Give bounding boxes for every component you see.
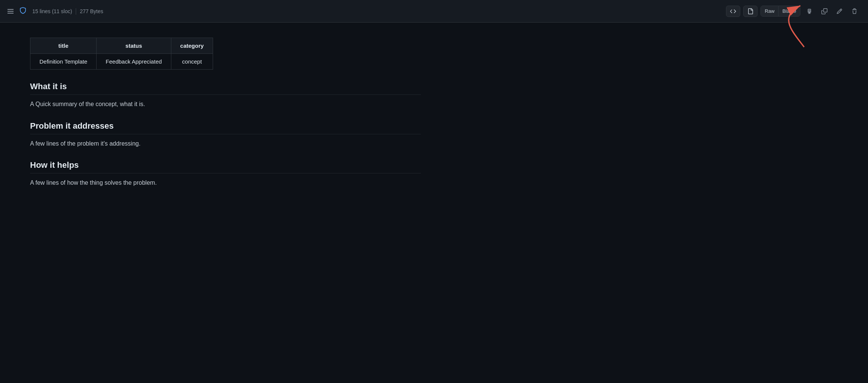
section-problem: Problem it addresses A few lines of the … (30, 121, 421, 149)
data-table: title status category Definition Templat… (30, 38, 213, 70)
edit-button[interactable] (833, 6, 845, 17)
table-cell-title: Definition Template (30, 54, 97, 70)
raw-button[interactable]: Raw (761, 6, 779, 16)
hamburger-icon[interactable] (8, 9, 14, 14)
heading-how-it-helps: How it helps (30, 160, 421, 173)
shield-icon (20, 7, 26, 15)
toolbar-right: Raw Blame (726, 6, 860, 17)
lines-text: 15 lines (11 sloc) (32, 8, 72, 14)
heading-problem: Problem it addresses (30, 121, 421, 134)
table-header-category: category (171, 38, 213, 54)
table-cell-category: concept (171, 54, 213, 70)
heading-what-it-is: What it is (30, 82, 421, 95)
separator: | (75, 7, 77, 15)
toolbar-left: 15 lines (11 sloc) | 277 Bytes (8, 7, 103, 15)
section-how-it-helps: How it helps A few lines of how the thin… (30, 160, 421, 188)
table-cell-status: Feedback Appreciated (97, 54, 171, 70)
blame-button[interactable]: Blame (779, 6, 800, 16)
copy-button[interactable] (818, 6, 830, 17)
raw-blame-group: Raw Blame (761, 6, 800, 17)
table-header-status: status (97, 38, 171, 54)
size-text: 277 Bytes (80, 8, 103, 14)
code-view-button[interactable] (726, 6, 740, 17)
desktop-icon-button[interactable] (803, 6, 815, 17)
toolbar: 15 lines (11 sloc) | 277 Bytes (0, 0, 868, 23)
text-how-it-helps: A few lines of how the thing solves the … (30, 178, 421, 188)
text-what-it-is: A Quick summary of the concept, what it … (30, 99, 421, 109)
text-problem: A few lines of the problem it's addressi… (30, 139, 421, 149)
table-row: Definition Template Feedback Appreciated… (30, 54, 213, 70)
lines-info: 15 lines (11 sloc) | 277 Bytes (32, 7, 103, 15)
section-what-it-is: What it is A Quick summary of the concep… (30, 82, 421, 109)
file-view-button[interactable] (743, 6, 758, 17)
delete-button[interactable] (848, 6, 860, 17)
main-content: title status category Definition Templat… (0, 23, 451, 215)
table-header-title: title (30, 38, 97, 54)
